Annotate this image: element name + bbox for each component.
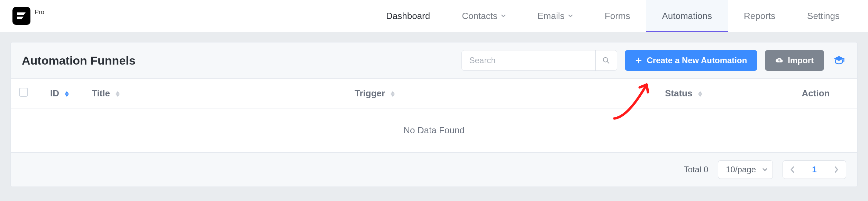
brand: Pro bbox=[12, 7, 44, 25]
chevron-down-icon bbox=[501, 13, 506, 18]
panel-footer: Total 0 10/page 1 bbox=[11, 153, 857, 186]
col-status[interactable]: Status bbox=[657, 79, 774, 108]
panel-header: Automation Funnels Create a New Automati… bbox=[11, 42, 857, 78]
col-id-label: ID bbox=[50, 88, 59, 98]
nav-emails[interactable]: Emails bbox=[522, 0, 589, 32]
create-automation-button[interactable]: Create a New Automation bbox=[625, 50, 758, 71]
graduation-cap-icon bbox=[833, 55, 845, 66]
search-icon bbox=[602, 57, 610, 64]
col-action: Action bbox=[774, 79, 857, 108]
select-all-checkbox[interactable] bbox=[19, 88, 28, 97]
help-button[interactable] bbox=[832, 53, 846, 68]
page-size-label: 10/page bbox=[726, 165, 756, 174]
sort-icon bbox=[64, 91, 69, 97]
nav-settings[interactable]: Settings bbox=[791, 0, 856, 32]
import-button[interactable]: Import bbox=[765, 50, 824, 71]
sort-icon bbox=[698, 91, 703, 97]
top-nav: Pro Dashboard Contacts Emails Forms Auto… bbox=[0, 0, 868, 32]
nav-forms[interactable]: Forms bbox=[589, 0, 646, 32]
chevron-left-icon bbox=[790, 166, 795, 173]
automations-panel: Automation Funnels Create a New Automati… bbox=[10, 42, 858, 187]
table-header: ID Title Trigger bbox=[11, 79, 857, 108]
brand-logo-icon bbox=[16, 10, 27, 21]
col-select bbox=[11, 79, 42, 108]
svg-line-1 bbox=[607, 61, 609, 64]
sort-icon bbox=[115, 91, 120, 97]
cloud-upload-icon bbox=[775, 57, 783, 64]
nav-contacts[interactable]: Contacts bbox=[446, 0, 522, 32]
page-body: Automation Funnels Create a New Automati… bbox=[0, 32, 868, 197]
nav-reports[interactable]: Reports bbox=[728, 0, 791, 32]
nav-contacts-label: Contacts bbox=[462, 11, 497, 21]
empty-state-message: No Data Found bbox=[403, 125, 464, 135]
col-title[interactable]: Title bbox=[83, 79, 346, 108]
search-input[interactable] bbox=[462, 50, 595, 70]
nav-settings-label: Settings bbox=[807, 11, 840, 21]
col-title-label: Title bbox=[92, 88, 110, 98]
sort-icon bbox=[390, 91, 395, 97]
col-id[interactable]: ID bbox=[42, 79, 83, 108]
empty-state-row: No Data Found bbox=[11, 108, 857, 153]
page-title: Automation Funnels bbox=[22, 54, 136, 67]
nav-dashboard-label: Dashboard bbox=[386, 11, 430, 21]
pager-next[interactable] bbox=[826, 166, 846, 173]
pager: 1 bbox=[783, 160, 846, 179]
nav-automations-label: Automations bbox=[662, 11, 712, 21]
main-nav: Dashboard Contacts Emails Forms Automati… bbox=[370, 0, 856, 32]
create-automation-label: Create a New Automation bbox=[647, 56, 747, 65]
col-trigger[interactable]: Trigger bbox=[346, 79, 657, 108]
pagination-total: Total 0 bbox=[684, 165, 709, 174]
chevron-down-icon bbox=[762, 167, 768, 172]
automations-table: ID Title Trigger bbox=[11, 78, 857, 153]
nav-dashboard[interactable]: Dashboard bbox=[370, 0, 446, 32]
chevron-down-icon bbox=[568, 13, 573, 18]
chevron-right-icon bbox=[834, 166, 839, 173]
nav-automations[interactable]: Automations bbox=[646, 0, 728, 32]
page-size-select[interactable]: 10/page bbox=[718, 160, 773, 179]
brand-logo[interactable] bbox=[12, 7, 30, 25]
plus-icon bbox=[635, 57, 642, 64]
search-button[interactable] bbox=[595, 50, 617, 70]
col-action-label: Action bbox=[802, 88, 830, 98]
import-label: Import bbox=[788, 56, 814, 65]
search-box bbox=[462, 50, 617, 71]
col-status-label: Status bbox=[665, 88, 692, 98]
nav-reports-label: Reports bbox=[744, 11, 775, 21]
pager-prev[interactable] bbox=[783, 166, 802, 173]
col-trigger-label: Trigger bbox=[355, 88, 385, 98]
nav-emails-label: Emails bbox=[538, 11, 565, 21]
nav-forms-label: Forms bbox=[605, 11, 630, 21]
brand-tier: Pro bbox=[35, 9, 44, 16]
pager-current[interactable]: 1 bbox=[802, 165, 826, 174]
